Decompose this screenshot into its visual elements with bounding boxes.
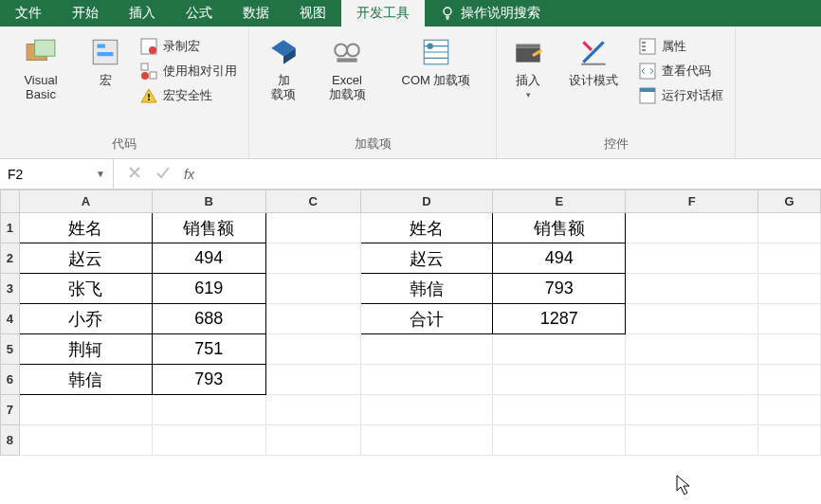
cell-G1[interactable] [758,213,821,243]
col-header-G[interactable]: G [758,190,821,213]
tab-developer[interactable]: 开发工具 [341,0,425,27]
excel-addins-button[interactable]: Excel 加载项 [318,30,376,102]
cell-D6[interactable] [360,365,493,395]
col-header-C[interactable]: C [265,190,360,213]
cell-E5[interactable] [493,334,626,365]
row-header-5[interactable]: 5 [1,334,20,365]
col-header-D[interactable]: D [360,190,493,213]
cell-C7[interactable] [265,395,360,425]
cell-F6[interactable] [626,365,758,395]
cell-E3[interactable]: 793 [493,274,626,304]
cell-D8[interactable] [360,425,493,456]
cell-C1[interactable] [265,213,360,243]
row-header-8[interactable]: 8 [1,425,20,456]
cell-A3[interactable]: 张飞 [19,274,152,304]
cell-F2[interactable] [626,243,758,274]
visual-basic-button[interactable]: Visual Basic [8,30,74,102]
cell-F7[interactable] [626,395,758,425]
cell-G6[interactable] [758,365,821,395]
row-header-4[interactable]: 4 [1,304,20,334]
cell-E4[interactable]: 1287 [493,304,626,334]
cell-B4[interactable]: 688 [152,304,265,334]
chevron-down-icon[interactable]: ▼ [96,169,105,179]
cell-A2[interactable]: 赵云 [19,243,152,274]
run-dialog-button[interactable]: 运行对话框 [635,85,727,106]
cell-D5[interactable] [360,334,493,365]
cell-B5[interactable]: 751 [152,334,265,365]
name-box[interactable]: ▼ [0,159,114,189]
properties-button[interactable]: 属性 [635,36,727,57]
col-header-A[interactable]: A [19,190,152,213]
cell-C2[interactable] [265,243,360,274]
cell-F1[interactable] [626,213,758,243]
cell-C6[interactable] [265,365,360,395]
cell-G4[interactable] [758,304,821,334]
row-header-7[interactable]: 7 [1,395,20,425]
fx-button[interactable]: fx [184,167,194,182]
cell-A1[interactable]: 姓名 [19,213,152,243]
addins-button[interactable]: 加 载项 [257,30,310,102]
macros-button[interactable]: 宏 [82,30,129,88]
tab-file[interactable]: 文件 [0,0,57,27]
cell-B2[interactable]: 494 [152,243,265,274]
cell-D7[interactable] [360,395,493,425]
row-header-1[interactable]: 1 [1,213,20,243]
cell-E8[interactable] [493,425,626,456]
svg-rect-12 [148,99,150,100]
col-header-F[interactable]: F [626,190,758,213]
cell-E6[interactable] [493,365,626,395]
cell-E2[interactable]: 494 [493,243,626,274]
macro-security-button[interactable]: 宏安全性 [137,85,241,106]
cell-A6[interactable]: 韩信 [19,365,152,395]
cell-B1[interactable]: 销售额 [152,213,265,243]
col-header-B[interactable]: B [152,190,265,213]
cell-C5[interactable] [265,334,360,365]
cell-A7[interactable] [19,395,152,425]
relative-ref-button[interactable]: 使用相对引用 [137,61,241,81]
insert-control-button[interactable]: 插入 ▾ [504,30,552,99]
row-header-6[interactable]: 6 [1,365,20,395]
com-addins-button[interactable]: COM 加载项 [384,30,488,88]
record-macro-button[interactable]: 录制宏 [137,36,241,57]
cell-A5[interactable]: 荆轲 [19,334,152,365]
cell-C8[interactable] [265,425,360,456]
cell-D2[interactable]: 赵云 [360,243,493,274]
cell-F5[interactable] [626,334,758,365]
tab-insert[interactable]: 插入 [114,0,171,27]
cell-F4[interactable] [626,304,758,334]
cell-E7[interactable] [493,395,626,425]
cell-G5[interactable] [758,334,821,365]
cell-G8[interactable] [758,425,821,456]
cell-E1[interactable]: 销售额 [493,213,626,243]
cell-D3[interactable]: 韩信 [360,274,493,304]
spreadsheet-grid[interactable]: ABCDEFG1姓名销售额姓名销售额2赵云494赵云4943张飞619韩信793… [0,189,821,456]
formula-input[interactable] [208,159,821,189]
tab-data[interactable]: 数据 [228,0,284,27]
cell-F8[interactable] [626,425,758,456]
row-header-3[interactable]: 3 [1,274,20,304]
tab-formulas[interactable]: 公式 [171,0,228,27]
tell-me-search[interactable]: 操作说明搜索 [425,0,556,27]
cell-B6[interactable]: 793 [152,365,265,395]
tab-view[interactable]: 视图 [284,0,341,27]
cell-B7[interactable] [152,395,265,425]
cell-F3[interactable] [626,274,758,304]
view-code-button[interactable]: 查看代码 [635,61,727,81]
cell-B8[interactable] [152,425,265,456]
svg-rect-23 [642,45,646,47]
cell-C3[interactable] [265,274,360,304]
cell-A8[interactable] [19,425,152,456]
cell-G7[interactable] [758,395,821,425]
cell-A4[interactable]: 小乔 [19,304,152,334]
cell-D4[interactable]: 合计 [360,304,493,334]
row-header-2[interactable]: 2 [1,243,20,274]
cell-B3[interactable]: 619 [152,274,265,304]
design-mode-button[interactable]: 设计模式 [559,30,628,88]
cell-D1[interactable]: 姓名 [360,213,493,243]
name-box-input[interactable] [8,167,74,182]
col-header-E[interactable]: E [493,190,626,213]
tab-home[interactable]: 开始 [57,0,114,27]
cell-G3[interactable] [758,274,821,304]
cell-G2[interactable] [758,243,821,274]
cell-C4[interactable] [265,304,360,334]
